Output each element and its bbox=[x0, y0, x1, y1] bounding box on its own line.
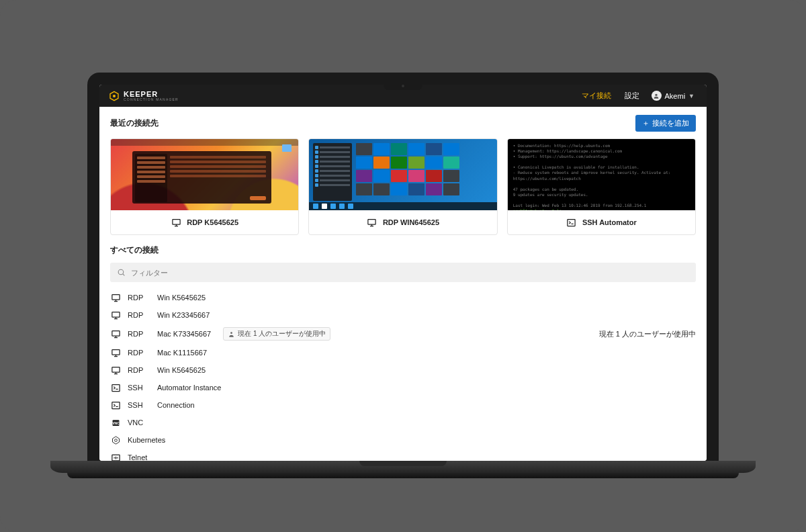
connection-protocol: RDP bbox=[128, 330, 150, 338]
svg-rect-14 bbox=[111, 402, 119, 408]
nav-my-connections[interactable]: マイ接続 bbox=[578, 89, 615, 103]
add-connection-button[interactable]: ＋ 接続を追加 bbox=[635, 115, 696, 132]
connection-row[interactable]: RDPWin K23345667 bbox=[110, 306, 696, 324]
connection-row[interactable]: RDPWin K5645625 bbox=[110, 361, 696, 379]
card-label: RDP WIN645625 bbox=[383, 218, 439, 226]
svg-rect-3 bbox=[173, 219, 180, 224]
card-label: SSH Automator bbox=[582, 218, 637, 226]
filter-box[interactable] bbox=[110, 263, 696, 282]
svg-rect-7 bbox=[111, 294, 119, 300]
connection-name: Automator Instance bbox=[157, 384, 221, 392]
svg-rect-9 bbox=[111, 330, 119, 336]
terminal-icon bbox=[110, 400, 121, 410]
recent-title: 最近の接続先 bbox=[110, 118, 159, 129]
add-connection-label: 接続を追加 bbox=[652, 118, 689, 128]
connection-name: VNC bbox=[128, 418, 143, 427]
thumbnail-mac-rdp bbox=[111, 139, 298, 210]
user-name: Akemi bbox=[665, 92, 686, 100]
monitor-icon bbox=[110, 292, 121, 303]
connection-row[interactable]: VNCVNC bbox=[110, 414, 696, 431]
connection-list: RDPWin K5645625RDPWin K23345667RDPMac K7… bbox=[110, 289, 696, 461]
brand-name: KEEPER bbox=[124, 91, 179, 98]
recent-card[interactable]: RDP WIN645625 bbox=[308, 138, 497, 235]
avatar-icon bbox=[652, 91, 662, 101]
connection-name: Mac K73345667 bbox=[157, 330, 211, 338]
connection-row[interactable]: RDPMac K73345667現在 1 人のユーザーが使用中現在 1 人のユー… bbox=[110, 324, 696, 344]
connection-name: Win K23345667 bbox=[157, 311, 210, 319]
svg-point-1 bbox=[113, 95, 116, 97]
connection-protocol: SSH bbox=[128, 384, 150, 392]
monitor-icon bbox=[110, 347, 121, 358]
connection-name: Win K5645625 bbox=[157, 294, 206, 302]
svg-rect-5 bbox=[568, 219, 575, 226]
keeper-logo-icon bbox=[109, 91, 120, 101]
monitor-icon bbox=[110, 328, 121, 339]
nav-settings[interactable]: 設定 bbox=[621, 89, 643, 103]
telnet-icon bbox=[110, 452, 121, 461]
all-connections-title: すべての接続 bbox=[110, 245, 696, 256]
active-users-note: 現在 1 人のユーザーが使用中 bbox=[599, 329, 696, 339]
user-menu[interactable]: Akemi ▼ bbox=[649, 89, 697, 103]
monitor-icon bbox=[367, 217, 377, 228]
terminal-icon bbox=[566, 217, 577, 228]
vnc-icon: VNC bbox=[110, 417, 121, 428]
svg-rect-13 bbox=[111, 384, 119, 391]
svg-rect-8 bbox=[111, 312, 119, 317]
svg-rect-11 bbox=[111, 349, 119, 355]
filter-input[interactable] bbox=[131, 269, 689, 277]
connection-protocol: RDP bbox=[128, 311, 150, 319]
brand-logo: KEEPER CONNECTION MANAGER bbox=[109, 91, 179, 101]
svg-point-10 bbox=[230, 332, 232, 334]
svg-text:VNC: VNC bbox=[112, 421, 120, 425]
connection-row[interactable]: SSHConnection bbox=[110, 396, 696, 414]
recent-card[interactable]: RDP K5645625 bbox=[110, 138, 299, 235]
kube-icon bbox=[110, 435, 121, 445]
svg-marker-17 bbox=[112, 436, 119, 443]
connection-protocol: SSH bbox=[128, 401, 150, 409]
brand-subtitle: CONNECTION MANAGER bbox=[124, 98, 179, 101]
monitor-icon bbox=[110, 365, 121, 375]
connection-name: Telnet bbox=[128, 453, 147, 461]
connection-row[interactable]: SSHAutomator Instance bbox=[110, 379, 696, 396]
connection-protocol: RDP bbox=[128, 349, 150, 357]
connection-row[interactable]: RDPWin K5645625 bbox=[110, 289, 696, 306]
recent-card[interactable]: • Documentation: https://help.ubuntu.com… bbox=[507, 138, 696, 235]
svg-point-2 bbox=[655, 93, 657, 95]
connection-protocol: RDP bbox=[128, 294, 150, 302]
connection-name: Mac K1115667 bbox=[157, 349, 207, 357]
monitor-icon bbox=[171, 217, 181, 228]
connection-name: Kubernetes bbox=[128, 436, 165, 444]
connection-protocol: RDP bbox=[128, 366, 150, 374]
connection-name: Connection bbox=[157, 401, 195, 409]
monitor-icon bbox=[110, 310, 121, 320]
search-icon bbox=[117, 268, 126, 277]
svg-rect-12 bbox=[111, 367, 119, 372]
terminal-icon bbox=[110, 382, 121, 393]
svg-rect-4 bbox=[368, 219, 375, 224]
active-user-badge: 現在 1 人のユーザーが使用中 bbox=[223, 327, 330, 341]
thumbnail-ssh: • Documentation: https://help.ubuntu.com… bbox=[508, 139, 695, 210]
card-label: RDP K5645625 bbox=[187, 218, 238, 226]
svg-point-6 bbox=[118, 269, 124, 275]
connection-name: Win K5645625 bbox=[157, 366, 206, 374]
connection-row[interactable]: Kubernetes bbox=[110, 431, 696, 449]
plus-icon: ＋ bbox=[642, 118, 650, 128]
connection-row[interactable]: RDPMac K1115667 bbox=[110, 344, 696, 361]
connection-row[interactable]: Telnet bbox=[110, 449, 696, 461]
svg-point-18 bbox=[114, 439, 117, 441]
user-icon bbox=[228, 330, 235, 338]
thumbnail-win-rdp bbox=[309, 139, 496, 210]
chevron-down-icon: ▼ bbox=[688, 93, 695, 99]
